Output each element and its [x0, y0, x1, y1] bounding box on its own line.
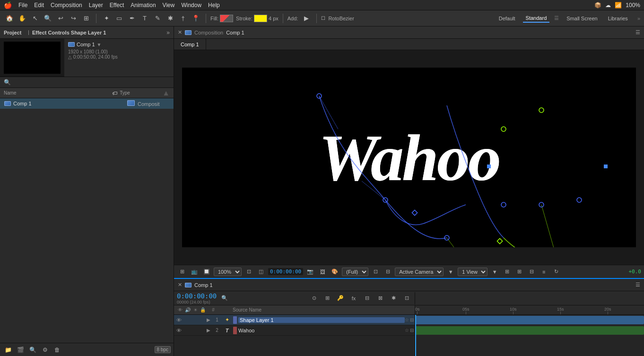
zoom-tool[interactable]: 🔍 — [42, 13, 53, 24]
undo-tool[interactable]: ↩ — [55, 13, 66, 24]
timeline-timecode[interactable]: 0:00:00:00 — [177, 292, 217, 300]
camera-dropdown-arrow[interactable]: ▼ — [445, 267, 456, 277]
timeline-close-btn[interactable]: ✕ — [178, 282, 182, 288]
rect-tool[interactable]: ▭ — [113, 13, 125, 24]
tl-btn-motion[interactable]: ⊟ — [362, 293, 372, 304]
viewer-btn-color-correct[interactable]: 🎨 — [330, 267, 340, 277]
fill-color-swatch[interactable] — [220, 15, 233, 22]
comp-tab-comp1[interactable]: Comp 1 — [174, 39, 206, 50]
layers-left: 👁 🔊 ☀ 🔒 # Source Name 👁 — [174, 305, 415, 356]
menu-layer[interactable]: Effect — [110, 2, 124, 9]
view-dropdown-arrow[interactable]: ▼ — [489, 267, 500, 277]
viewer-btn-refresh[interactable]: ↻ — [551, 267, 561, 277]
workspace-menu-icon[interactable]: ☰ — [554, 15, 559, 21]
menu-window[interactable]: Help — [208, 2, 220, 9]
delete-btn[interactable]: 🗑 — [52, 345, 62, 355]
col-sort-arrow[interactable]: ▲ — [162, 89, 170, 97]
tl-btn-adjust[interactable]: ✱ — [388, 293, 399, 304]
menu-effect[interactable]: Animation — [131, 2, 156, 9]
puppet-tool[interactable]: † — [177, 13, 189, 24]
view-select[interactable]: 1 View — [458, 268, 487, 276]
svg-point-6 — [383, 198, 388, 202]
menu-aftereffects[interactable]: File — [18, 2, 27, 9]
add-btn[interactable]: ▶ — [301, 13, 312, 24]
workspace-default[interactable]: Default — [496, 15, 518, 22]
rotobezier-checkbox[interactable]: ☐ — [321, 16, 325, 21]
tl-btn-parent[interactable]: ⊞ — [322, 293, 332, 304]
viewer-btn-region[interactable]: ◫ — [256, 267, 266, 277]
pen-tool[interactable]: ✒ — [126, 13, 138, 24]
workspace-small-screen[interactable]: Small Screen — [564, 15, 600, 22]
viewer-btn-res[interactable]: ⊡ — [370, 267, 381, 277]
viewer-btn-layout2[interactable]: ⊞ — [514, 267, 524, 277]
viewer-btn-show-snapshot[interactable]: 🖼 — [317, 267, 328, 277]
menu-animation[interactable]: View — [163, 2, 175, 9]
viewer-btn-snapping[interactable]: ⊞ — [177, 267, 187, 277]
playhead[interactable] — [415, 315, 416, 356]
layer2-vis[interactable]: 👁 — [175, 328, 183, 333]
menu-view[interactable]: Window — [181, 2, 201, 9]
composition-label: Composition — [194, 30, 223, 35]
new-comp-btn[interactable]: 🎬 — [15, 345, 26, 355]
workspace-standard[interactable]: Standard — [523, 14, 550, 23]
viewer-btn-snapshot[interactable]: 📷 — [305, 267, 315, 277]
layer2-motion-icon[interactable]: ⊟ — [410, 328, 414, 333]
viewer-btn-layout3[interactable]: ⊟ — [526, 267, 537, 277]
paint-tool[interactable]: ✎ — [152, 13, 163, 24]
tl-btn-3d[interactable]: ⊡ — [401, 293, 412, 304]
tl-btn-blend[interactable]: ⊠ — [375, 293, 385, 304]
pin-tool[interactable]: 📍 — [190, 13, 201, 24]
viewer-btn-transp[interactable]: ⊟ — [383, 267, 393, 277]
layer1-number: 1 — [212, 317, 222, 322]
file-row-comp1[interactable]: Comp 1 Composit — [0, 98, 174, 109]
redo-tool[interactable]: ↪ — [68, 13, 79, 24]
tl-btn-search[interactable]: 🔍 — [219, 293, 230, 304]
svg-line-3 — [541, 205, 560, 247]
select-tool[interactable]: ↖ — [29, 13, 41, 24]
clone-tool[interactable]: ✱ — [165, 13, 176, 24]
timeline-menu-btn[interactable]: ☰ — [635, 282, 640, 288]
new-folder-btn[interactable]: 📁 — [3, 345, 13, 355]
grid-tool[interactable]: ⊞ — [80, 13, 92, 24]
layer-row-2[interactable]: 👁 ▶ 2 T Wahoo ☆ ⊟ — [174, 325, 415, 336]
layer1-vis[interactable]: 👁 — [175, 317, 183, 323]
tl-btn-fx[interactable]: fx — [348, 293, 359, 304]
layer1-switch-icon[interactable]: ☆ — [405, 317, 409, 322]
comp-panel-menu[interactable]: ☰ — [635, 29, 640, 35]
layer1-collapse-btn[interactable]: ▶ — [205, 317, 212, 322]
layer2-collapse-btn[interactable]: ▶ — [205, 328, 212, 333]
layer2-switch-icon[interactable]: ☆ — [405, 328, 409, 333]
comp-name-row[interactable]: Comp 1 ▼ — [68, 42, 170, 47]
search-input[interactable] — [13, 79, 170, 85]
layer1-motion-icon[interactable]: ⊟ — [410, 317, 414, 322]
find-btn[interactable]: 🔍 — [27, 345, 38, 355]
comp-close-btn[interactable]: ✕ — [178, 29, 182, 35]
tl-btn-solo[interactable]: ⊙ — [309, 293, 319, 304]
home-tool[interactable]: 🏠 — [4, 13, 15, 24]
viewer-timecode[interactable]: 0:00:00:00 — [268, 268, 303, 275]
viewer-btn-layout1[interactable]: ⊞ — [502, 267, 512, 277]
comp-dropdown-arrow[interactable]: ▼ — [97, 42, 102, 47]
quality-select[interactable]: (Full) — [342, 268, 368, 276]
stroke-color-swatch[interactable] — [254, 15, 267, 22]
panel-divider: | — [28, 30, 29, 35]
hand-tool[interactable]: ✋ — [17, 13, 28, 24]
menu-file[interactable]: Edit — [34, 2, 44, 9]
zoom-select[interactable]: 100% — [214, 268, 242, 276]
menu-edit[interactable]: Composition — [51, 2, 82, 9]
workspace-libraries[interactable]: Libraries — [605, 15, 631, 22]
menu-composition[interactable]: Layer — [89, 2, 103, 9]
text-tool[interactable]: T — [139, 13, 150, 24]
viewer-btn-fit[interactable]: ⊡ — [244, 267, 254, 277]
viewer-btn-always-preview[interactable]: 📺 — [189, 267, 200, 277]
settings-btn[interactable]: ⚙ — [40, 345, 50, 355]
expand-workspace-icon[interactable]: » — [637, 16, 640, 21]
viewer-btn-layout4[interactable]: ≡ — [539, 267, 549, 277]
tl-btn-keys[interactable]: 🔑 — [335, 293, 346, 304]
star-tool[interactable]: ✦ — [101, 13, 112, 24]
layer-row-1[interactable]: 👁 ▶ 1 ✦ Shape Layer 1 ☆ ⊟ — [174, 315, 415, 325]
apple-menu[interactable]: 🍎 — [4, 1, 12, 9]
viewer-btn-fast-preview[interactable]: 🔲 — [201, 267, 212, 277]
camera-select[interactable]: Active Camera — [395, 268, 444, 276]
panel-collapse-btn[interactable]: » — [166, 29, 170, 36]
